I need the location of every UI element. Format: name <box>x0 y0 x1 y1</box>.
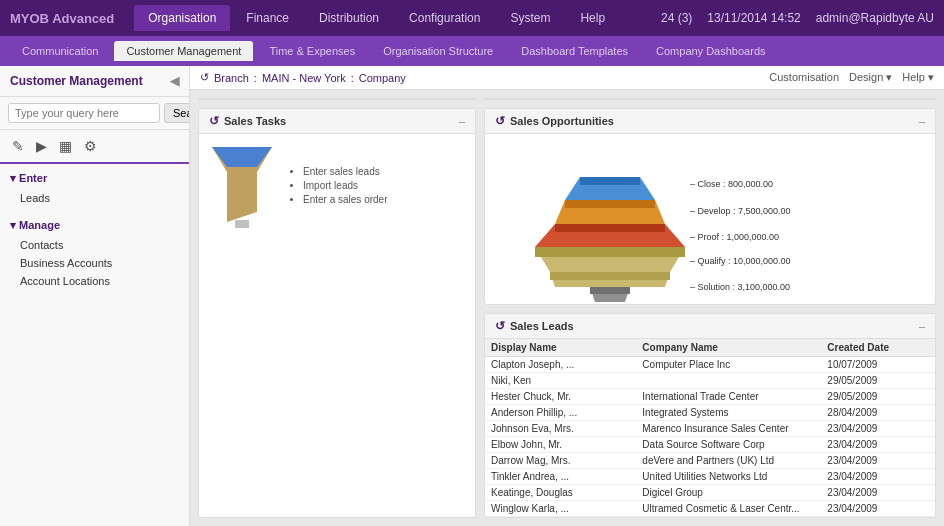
widget-sales-tasks-header: ↺ Sales Tasks – <box>199 109 475 134</box>
widget-sales-leads-title: ↺ Sales Leads <box>495 319 574 333</box>
widget-sales-opps-body: – Close : 800,000.00 – Develop : 7,500,0… <box>485 134 935 304</box>
svg-text:– Qualify : 10,000,000.00: – Qualify : 10,000,000.00 <box>690 256 791 266</box>
sidebar-section-manage-title[interactable]: Manage <box>0 215 189 236</box>
subnav-org-structure[interactable]: Organisation Structure <box>371 41 505 61</box>
svg-marker-46 <box>565 200 655 208</box>
svg-text:– Solution : 3,100,000.00: – Solution : 3,100,000.00 <box>690 282 790 292</box>
sidebar-link-account-locations[interactable]: Account Locations <box>0 272 189 290</box>
widget-sales-leads-header: ↺ Sales Leads – <box>485 314 935 339</box>
dashboard-grid: ↺ Top 10 Customers – <box>190 90 944 526</box>
widget-salesleads-refresh-icon[interactable]: ↺ <box>495 319 505 333</box>
sidebar-title: Customer Management <box>10 74 143 88</box>
widget-top10customers-header: ↺ Top 10 Customers – <box>199 99 475 100</box>
nav-item-configuration[interactable]: Configuration <box>395 5 494 31</box>
sidebar-section-enter: Enter Leads <box>0 164 189 211</box>
svg-marker-38 <box>550 272 670 280</box>
widget-sales-tasks-title: ↺ Sales Tasks <box>209 114 286 128</box>
help-link[interactable]: Help ▾ <box>902 71 934 84</box>
widget-sales-tasks-body: Enter sales leads Import leads Enter a s… <box>199 134 475 240</box>
breadcrumb-part1: Branch <box>214 72 249 84</box>
sidebar-search-area: Search <box>0 97 189 130</box>
play-icon[interactable]: ▶ <box>34 136 49 156</box>
task-item[interactable]: Enter a sales order <box>303 194 388 205</box>
subnav-dashboard-templates[interactable]: Dashboard Templates <box>509 41 640 61</box>
table-row[interactable]: Hester Chuck, Mr.International Trade Cen… <box>485 389 935 405</box>
main-nav-menu: Organisation Finance Distribution Config… <box>134 5 661 31</box>
col-company-name: Company Name <box>636 339 821 357</box>
sidebar-link-contacts[interactable]: Contacts <box>0 236 189 254</box>
pencil-icon[interactable]: ✎ <box>10 136 26 156</box>
widget-top10customers: ↺ Top 10 Customers – <box>198 98 476 100</box>
nav-item-finance[interactable]: Finance <box>232 5 303 31</box>
nav-item-organisation[interactable]: Organisation <box>134 5 230 31</box>
sidebar-link-business-accounts[interactable]: Business Accounts <box>0 254 189 272</box>
table-row[interactable]: Elbow John, Mr.Data Source Software Corp… <box>485 437 935 453</box>
search-button[interactable]: Search <box>164 103 190 123</box>
svg-text:– Develop : 7,500,000.00: – Develop : 7,500,000.00 <box>690 206 791 216</box>
subnav-customer-management[interactable]: Customer Management <box>114 41 253 61</box>
funnel-svg: – Close : 800,000.00 – Develop : 7,500,0… <box>490 132 930 306</box>
widget-sales-history: ↺ Sales History – 2,200 2,000 1,800 1,60… <box>484 98 936 100</box>
task-item[interactable]: Enter sales leads <box>303 166 388 177</box>
table-row[interactable]: Johnson Eva, Mrs.Marenco Insurance Sales… <box>485 421 935 437</box>
widget-salesleads-minimize-icon[interactable]: – <box>919 320 925 332</box>
breadcrumb-bar: ↺ Branch : MAIN - New York : Company Cus… <box>190 66 944 90</box>
design-link[interactable]: Design ▾ <box>849 71 892 84</box>
svg-marker-48 <box>580 177 640 185</box>
sidebar-section-manage: Manage Contacts Business Accounts Accoun… <box>0 211 189 294</box>
search-input[interactable] <box>8 103 160 123</box>
svg-marker-44 <box>555 224 665 232</box>
widget-sales-leads-body: Display Name Company Name Created Date C… <box>485 339 935 517</box>
sidebar-header: Customer Management ◀ <box>0 66 189 97</box>
sidebar: Customer Management ◀ Search ✎ ▶ ▦ ⚙ Ent… <box>0 66 190 526</box>
table-row[interactable]: Anderson Phillip, ...Integrated Systems2… <box>485 405 935 421</box>
sidebar-toolbar: ✎ ▶ ▦ ⚙ <box>0 130 189 164</box>
sidebar-link-leads[interactable]: Leads <box>0 189 189 207</box>
table-row[interactable]: Tinkler Andrea, ...United Utilities Netw… <box>485 469 935 485</box>
app-logo: MYOB Advanced <box>10 11 114 26</box>
tasks-list: Enter sales leads Import leads Enter a s… <box>287 166 388 208</box>
nav-item-help[interactable]: Help <box>566 5 619 31</box>
content-area: ↺ Branch : MAIN - New York : Company Cus… <box>190 66 944 526</box>
customisation-link[interactable]: Customisation <box>769 71 839 84</box>
sidebar-collapse-icon[interactable]: ◀ <box>170 74 179 88</box>
breadcrumb-sep2: : <box>351 72 354 84</box>
datetime-display: 13/11/2014 14:52 <box>707 11 800 25</box>
funnel-small-svg <box>207 142 277 232</box>
subnav-company-dashboards[interactable]: Company Dashboards <box>644 41 777 61</box>
widget-sales-tasks: ↺ Sales Tasks – Enter sales leads <box>198 108 476 518</box>
svg-marker-40 <box>590 287 630 294</box>
subnav-communication[interactable]: Communication <box>10 41 110 61</box>
col-display-name: Display Name <box>485 339 636 357</box>
top-navbar: MYOB Advanced Organisation Finance Distr… <box>0 0 944 36</box>
breadcrumb: ↺ Branch : MAIN - New York : Company <box>200 71 406 84</box>
subnav-time-expenses[interactable]: Time & Expenses <box>257 41 367 61</box>
widget-salestasks-refresh-icon[interactable]: ↺ <box>209 114 219 128</box>
chart-icon[interactable]: ▦ <box>57 136 74 156</box>
breadcrumb-part2: MAIN - New York <box>262 72 346 84</box>
breadcrumb-sep1: : <box>254 72 257 84</box>
table-row[interactable]: Darrow Mag, Mrs.deVere and Partners (UK)… <box>485 453 935 469</box>
refresh-icon[interactable]: ↺ <box>200 71 209 84</box>
gear-icon[interactable]: ⚙ <box>82 136 99 156</box>
sidebar-section-enter-title[interactable]: Enter <box>0 168 189 189</box>
widget-sales-leads: ↺ Sales Leads – Display Name Company Nam… <box>484 313 936 518</box>
svg-marker-42 <box>535 247 685 257</box>
col-created-date: Created Date <box>821 339 935 357</box>
widget-sales-opportunities: ↺ Sales Opportunities – <box>484 108 936 305</box>
nav-item-system[interactable]: System <box>496 5 564 31</box>
notification-badge[interactable]: 24 (3) <box>661 11 692 25</box>
widget-salestasks-minimize-icon[interactable]: – <box>459 115 465 127</box>
table-row[interactable]: Niki, Ken29/05/2009 <box>485 373 935 389</box>
widget-sales-opps-header: ↺ Sales Opportunities – <box>485 109 935 134</box>
sub-navbar: Communication Customer Management Time &… <box>0 36 944 66</box>
widget-salesopps-minimize-icon[interactable]: – <box>919 115 925 127</box>
widget-salesopps-refresh-icon[interactable]: ↺ <box>495 114 505 128</box>
nav-item-distribution[interactable]: Distribution <box>305 5 393 31</box>
table-row[interactable]: Clapton Joseph, ...Computer Place Inc10/… <box>485 357 935 373</box>
breadcrumb-right: Customisation Design ▾ Help ▾ <box>769 71 934 84</box>
task-item[interactable]: Import leads <box>303 180 388 191</box>
top-nav-right: 24 (3) 13/11/2014 14:52 admin@Rapidbyte … <box>661 11 934 25</box>
table-row[interactable]: Winglow Karla, ...Ultramed Cosmetic & La… <box>485 501 935 517</box>
table-row[interactable]: Keatingе, DouglasDigicel Group23/04/2009 <box>485 485 935 501</box>
